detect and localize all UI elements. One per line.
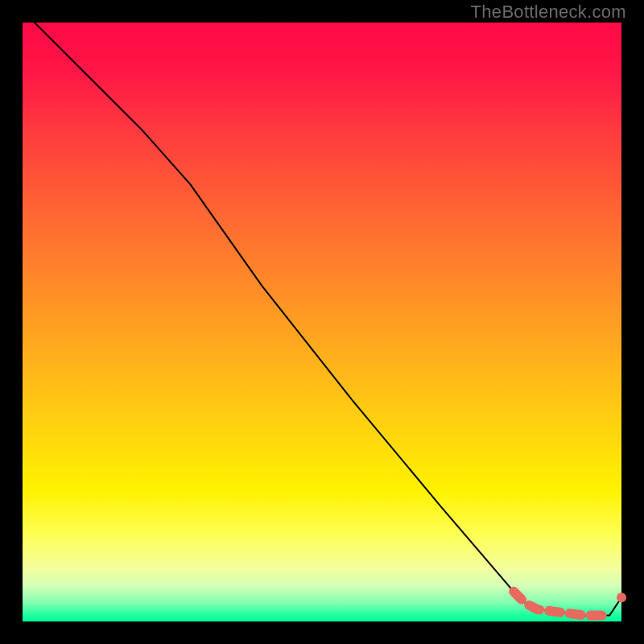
bottleneck-curve	[23, 10, 621, 616]
highlight-segment	[514, 592, 609, 616]
watermark-text: TheBottleneck.com	[471, 2, 626, 23]
chart-area	[23, 23, 621, 621]
chart-svg	[23, 23, 621, 621]
end-point-icon	[617, 592, 626, 602]
